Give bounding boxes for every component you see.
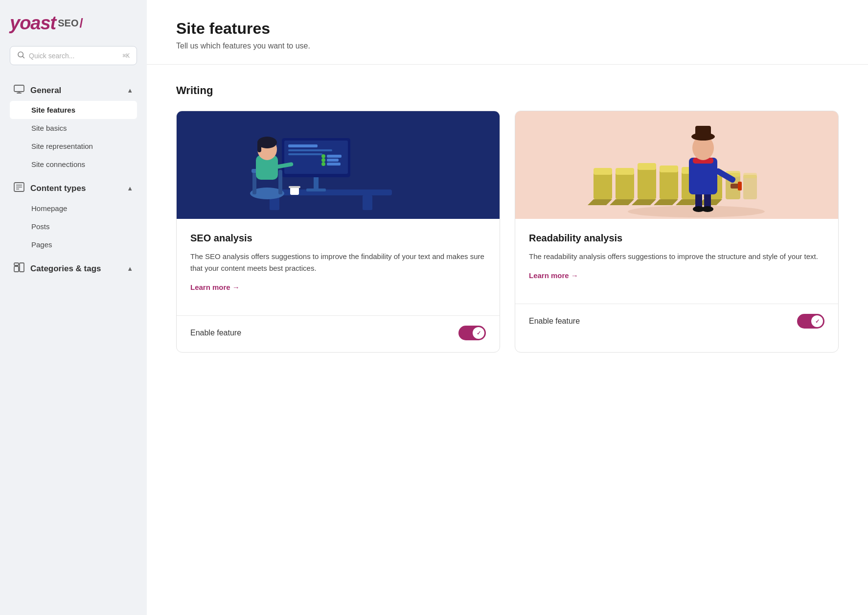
readability-analysis-card: Readability analysis The readability ana… [515,111,839,353]
svg-rect-10 [20,263,24,272]
svg-rect-9 [14,266,19,272]
nav-section-content-types-header[interactable]: Content types ▲ [10,177,137,199]
svg-line-1 [23,56,24,58]
readability-enable-label: Enable feature [529,317,580,326]
categories-tags-label: Categories & tags [30,264,101,274]
svg-rect-50 [660,166,678,172]
seo-enable-label: Enable feature [190,329,241,337]
sidebar-item-site-features[interactable]: Site features [10,101,137,119]
sidebar-item-site-basics[interactable]: Site basics [10,119,137,137]
logo-seo: SEO [58,18,78,29]
seo-card-footer: Enable feature ✓ [177,326,500,352]
logo-yoast: yoast [10,14,56,32]
seo-card-divider [177,315,500,316]
nav-section-general: General ▲ Site features Site basics Site… [10,80,137,173]
readability-enable-toggle[interactable]: ✓ [797,314,824,329]
nav-section-categories-tags: Categories & tags ▲ [10,258,137,280]
search-shortcut: ⌘K [123,52,130,59]
readability-analysis-title: Readability analysis [529,233,824,244]
svg-rect-27 [327,163,341,166]
svg-rect-25 [327,155,342,158]
readability-analysis-learn-more[interactable]: Learn more → [529,271,578,280]
main-content: Site features Tell us which features you… [147,0,868,615]
svg-rect-41 [594,168,612,175]
svg-rect-44 [616,168,634,175]
svg-marker-45 [610,199,634,205]
sidebar-item-pages[interactable]: Pages [10,236,137,254]
svg-rect-26 [327,159,339,162]
svg-rect-16 [306,189,326,191]
svg-rect-61 [743,173,757,178]
svg-marker-42 [588,199,612,205]
svg-rect-20 [288,149,332,151]
monitor-icon [14,85,24,96]
svg-rect-2 [14,85,24,92]
seo-enable-toggle[interactable]: ✓ [458,326,486,340]
sidebar-item-homepage[interactable]: Homepage [10,199,137,217]
seo-analysis-learn-more[interactable]: Learn more → [190,283,240,291]
svg-rect-47 [638,163,656,170]
seo-analysis-title: SEO analysis [190,233,486,244]
svg-point-22 [321,154,325,158]
toggle-knob: ✓ [473,327,484,339]
search-placeholder: Quick search... [29,52,119,60]
cards-grid: SEO analysis The SEO analysis offers sug… [176,111,839,353]
svg-rect-30 [278,170,282,194]
svg-rect-46 [638,165,656,199]
seo-analysis-image [177,111,500,219]
general-label: General [30,86,61,95]
page-subtitle: Tell us which features you want to use. [176,42,839,50]
seo-analysis-body: SEO analysis The SEO analysis offers sug… [177,219,500,306]
general-chevron-icon: ▲ [127,87,133,94]
sidebar: yoast SEO / Quick search... ⌘K [0,0,147,615]
readability-toggle-knob: ✓ [811,315,823,327]
content-types-chevron-icon: ▲ [127,185,133,192]
logo: yoast SEO / [10,14,137,32]
svg-rect-35 [257,142,261,152]
svg-rect-38 [289,186,300,188]
svg-rect-19 [288,144,318,147]
svg-marker-51 [654,199,678,205]
content-area: Writing [147,65,868,372]
svg-rect-60 [743,175,757,199]
sidebar-item-site-connections[interactable]: Site connections [10,155,137,173]
svg-rect-14 [363,195,372,210]
nav-section-categories-header[interactable]: Categories & tags ▲ [10,258,137,280]
nav-section-content-types: Content types ▲ Homepage Posts Pages [10,177,137,254]
seo-analysis-description: The SEO analysis offers suggestions to i… [190,251,486,274]
page-header: Site features Tell us which features you… [147,0,868,65]
readability-analysis-description: The readability analysis offers suggesti… [529,251,824,262]
page-title: Site features [176,20,839,38]
seo-analysis-card: SEO analysis The SEO analysis offers sug… [176,111,500,353]
svg-point-24 [321,162,325,166]
svg-marker-48 [632,199,656,205]
content-types-label: Content types [30,184,86,193]
readability-card-footer: Enable feature ✓ [515,314,838,340]
svg-rect-70 [695,126,711,138]
logo-slash: / [80,16,83,31]
categories-icon [14,262,24,275]
svg-rect-37 [290,187,299,195]
readability-analysis-body: Readability analysis The readability ana… [515,219,838,294]
svg-rect-29 [252,170,256,194]
search-box[interactable]: Quick search... ⌘K [10,46,137,65]
writing-section-heading: Writing [176,84,839,97]
svg-rect-11 [14,263,19,265]
content-icon [14,182,24,194]
categories-chevron-icon: ▲ [127,265,133,272]
svg-rect-21 [288,153,322,155]
svg-point-65 [702,206,713,212]
readability-card-divider [515,304,838,304]
readability-analysis-image [515,111,838,219]
search-icon [17,51,25,60]
sidebar-item-posts[interactable]: Posts [10,217,137,236]
svg-point-23 [321,158,325,162]
nav-section-general-header[interactable]: General ▲ [10,80,137,101]
sidebar-item-site-representation[interactable]: Site representation [10,137,137,155]
svg-rect-73 [738,182,742,190]
